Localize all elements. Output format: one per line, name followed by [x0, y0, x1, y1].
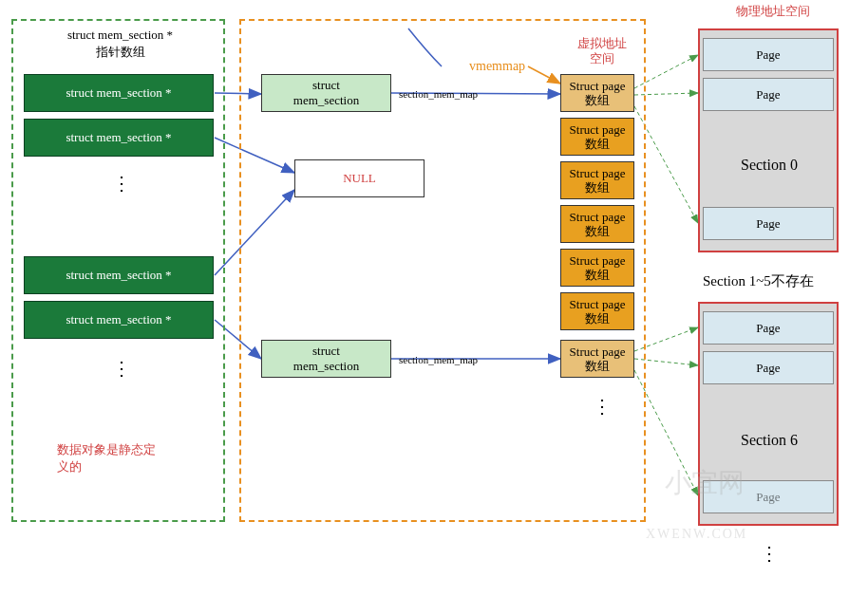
struct-page-arr-2: Struct page数组	[560, 161, 634, 199]
page-box-4: Page	[703, 351, 834, 384]
dots-icon: ⋮	[112, 180, 131, 186]
ptr-item-3: struct mem_section *	[24, 301, 214, 339]
left-footer-note: 数据对象是静态定义的	[57, 441, 190, 475]
section-0-label: Section 0	[741, 157, 798, 174]
dots-icon: ⋮	[112, 365, 131, 371]
page-box-2: Page	[703, 207, 834, 240]
section-6-label: Section 6	[741, 432, 798, 449]
page-box-0: Page	[703, 38, 834, 71]
watermark-sub: XWENW.COM	[646, 527, 747, 542]
ptr-item-1: struct mem_section *	[24, 119, 214, 157]
struct-page-arr-0: Struct page数组	[560, 74, 634, 112]
watermark-main: 小宜网	[665, 465, 745, 501]
struct-page-arr-1: Struct page数组	[560, 118, 634, 156]
null-box: NULL	[294, 159, 425, 197]
page-box-1: Page	[703, 78, 834, 111]
struct-page-arr-5: Struct page数组	[560, 292, 634, 330]
vmemmap-label: vmemmap	[469, 59, 525, 74]
virt-addr-label: 虚拟地址空间	[566, 36, 638, 66]
struct-mem-section-1: structmem_section	[261, 340, 391, 378]
section-1-5-label: Section 1~5不存在	[703, 272, 814, 290]
ptr-item-2: struct mem_section *	[24, 256, 214, 294]
dots-icon: ⋮	[760, 550, 779, 556]
section-mem-map-label-1: section_mem_map	[399, 354, 478, 365]
struct-page-arr-4: Struct page数组	[560, 249, 634, 287]
dots-icon: ⋮	[593, 403, 612, 409]
struct-page-arr-6: Struct page数组	[560, 340, 634, 378]
struct-page-arr-3: Struct page数组	[560, 205, 634, 243]
ptr-item-0: struct mem_section *	[24, 74, 214, 112]
section-mem-map-label-0: section_mem_map	[399, 88, 478, 100]
left-panel-title: struct mem_section *指针数组	[42, 27, 198, 61]
struct-mem-section-0: structmem_section	[261, 74, 391, 112]
page-box-3: Page	[703, 311, 834, 345]
phys-addr-label: 物理地址空间	[736, 3, 810, 20]
